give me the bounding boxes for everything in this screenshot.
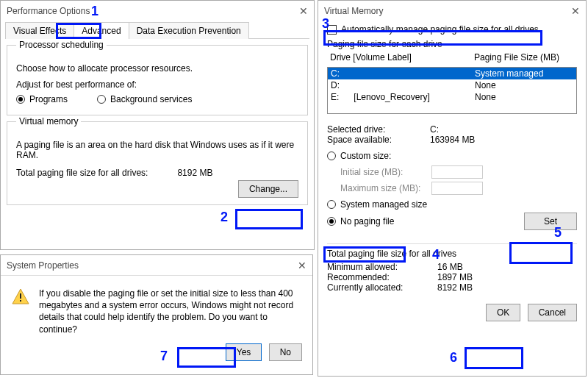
radio-custom-label: Custom size: — [340, 151, 391, 161]
close-icon[interactable]: ✕ — [298, 260, 306, 271]
checkbox-icon — [327, 25, 337, 35]
pf-legend: Paging file size for each drive — [327, 39, 577, 49]
radio-sys-label: System managed size — [340, 199, 427, 210]
space-value: 163984 MB — [430, 135, 475, 145]
ok-button[interactable]: OK — [486, 304, 520, 321]
drive-letter: E: — [331, 92, 339, 102]
tab-visual-effects[interactable]: Visual Effects — [5, 22, 74, 39]
drive-size: None — [475, 80, 576, 90]
drive-label: [Lenovo_Recovery] — [354, 92, 429, 102]
vm-desc: A paging file is an area on the hard dis… — [16, 140, 298, 168]
drive-size: System managed — [475, 68, 576, 79]
vmem-title: Virtual Memory — [324, 6, 383, 16]
sched-legend: Processor scheduling — [16, 40, 107, 50]
virtual-memory-dialog: Virtual Memory ✕ Automatically manage pa… — [318, 0, 587, 377]
vm-total-value: 8192 MB — [177, 168, 212, 178]
drive-row[interactable]: C: System managed — [328, 68, 576, 79]
sys-message: If you disable the paging file or set th… — [39, 288, 302, 335]
sched-text1: Choose how to allocate processor resourc… — [16, 63, 298, 79]
close-icon[interactable]: ✕ — [299, 5, 308, 17]
close-icon[interactable]: ✕ — [571, 5, 580, 17]
radio-none-label: No paging file — [340, 216, 394, 227]
sys-titlebar: System Properties ✕ — [1, 255, 312, 276]
sel-drive-value: C: — [430, 124, 439, 135]
drive-col1: Drive [Volume Label] — [327, 52, 474, 63]
radio-system-managed[interactable]: System managed size — [327, 199, 427, 210]
drive-letter: D: — [331, 80, 340, 90]
svg-rect-2 — [20, 300, 21, 302]
system-properties-dialog: System Properties ✕ If you disable the p… — [0, 254, 313, 375]
vmem-titlebar: Virtual Memory ✕ — [318, 1, 586, 21]
warning-icon — [11, 288, 30, 335]
radio-programs[interactable]: Programs — [16, 94, 68, 104]
radio-background-services[interactable]: Background services — [97, 94, 192, 104]
performance-options-dialog: Performance Options ✕ Visual Effects Adv… — [0, 0, 315, 250]
processor-scheduling-group: Processor scheduling Choose how to alloc… — [7, 45, 308, 115]
radio-no-paging-file[interactable]: No paging file — [327, 216, 394, 227]
sched-text2: Adjust for best performance of: — [16, 79, 298, 90]
radio-icon — [327, 151, 336, 160]
radio-icon — [97, 95, 106, 104]
space-label: Space available: — [327, 135, 430, 145]
rec-label: Recommended: — [327, 272, 437, 282]
drive-row[interactable]: E: [Lenovo_Recovery] None — [328, 91, 576, 103]
max-size-input[interactable] — [431, 182, 483, 195]
totals-group: Total paging file size for all drives Mi… — [327, 243, 577, 293]
totals-legend: Total paging file size for all drives — [327, 249, 577, 262]
svg-rect-1 — [20, 293, 21, 299]
drive-col2: Paging File Size (MB) — [474, 52, 577, 63]
perf-title: Performance Options — [7, 6, 90, 16]
drive-row[interactable]: D: None — [328, 79, 576, 91]
max-size-label: Maximum size (MB): — [340, 183, 421, 193]
cur-value: 8192 MB — [437, 282, 473, 293]
perf-tabs: Visual Effects Advanced Data Execution P… — [5, 21, 309, 39]
perf-titlebar: Performance Options ✕ — [1, 1, 314, 21]
min-value: 16 MB — [437, 262, 463, 272]
yes-button[interactable]: Yes — [226, 343, 262, 361]
sys-title: System Properties — [7, 260, 79, 271]
tab-advanced[interactable]: Advanced — [74, 22, 129, 39]
rec-value: 1897 MB — [437, 272, 473, 282]
cancel-button[interactable]: Cancel — [528, 304, 577, 321]
radio-icon — [327, 200, 336, 209]
drive-list[interactable]: C: System managed D: None E: [Lenovo_Rec… — [327, 67, 577, 114]
vm-total-label: Total paging file size for all drives: — [16, 168, 148, 178]
initial-size-input[interactable] — [431, 165, 483, 179]
drive-letter: C: — [331, 68, 340, 79]
drive-header: Drive [Volume Label] Paging File Size (M… — [327, 51, 577, 64]
change-button[interactable]: Change... — [238, 180, 298, 198]
no-button[interactable]: No — [269, 343, 302, 361]
tab-dep[interactable]: Data Execution Prevention — [129, 22, 249, 39]
auto-manage-checkbox[interactable]: Automatically manage paging file size fo… — [327, 24, 577, 35]
set-button[interactable]: Set — [524, 213, 577, 230]
radio-icon — [16, 95, 25, 104]
virtual-memory-group: Virtual memory A paging file is an area … — [7, 121, 308, 205]
radio-bg-label: Background services — [110, 94, 192, 104]
drive-size: None — [475, 92, 576, 102]
sel-drive-label: Selected drive: — [327, 124, 430, 135]
radio-icon — [327, 217, 336, 226]
radio-programs-label: Programs — [29, 94, 68, 104]
auto-label: Automatically manage paging file size fo… — [341, 24, 539, 35]
cur-label: Currently allocated: — [327, 282, 437, 293]
vm-legend: Virtual memory — [16, 116, 81, 126]
initial-size-label: Initial size (MB): — [340, 167, 421, 177]
min-label: Minimum allowed: — [327, 262, 437, 272]
radio-custom-size[interactable]: Custom size: — [327, 151, 391, 161]
